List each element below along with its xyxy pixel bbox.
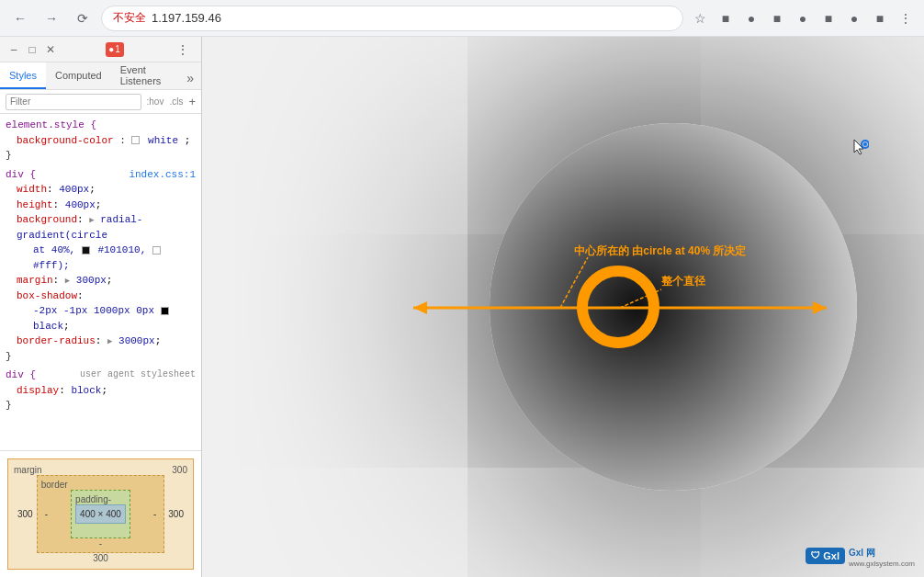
url-text: 1.197.159.46	[152, 11, 221, 25]
code-line: -2px -1px 1000px 0px black;	[0, 303, 201, 334]
back-button[interactable]: ←	[7, 6, 33, 31]
diameter-annotation: 整个直径	[661, 274, 705, 289]
browser-toolbar: ← → ⟳ 不安全 1.197.159.46 ☆ ■ ● ■ ● ■ ● ■ ⋮	[0, 0, 924, 37]
gradient-circle-container	[490, 123, 857, 491]
filter-add-button[interactable]: +	[188, 95, 196, 108]
tab-more-button[interactable]: »	[179, 67, 201, 89]
gxl-site-text: www.gxlsystem.com	[849, 560, 915, 568]
toolbar-icons: ☆ ■ ● ■ ● ■ ● ■ ⋮	[689, 7, 917, 29]
code-line: margin: ▶ 300px;	[0, 273, 201, 288]
main-area: – □ ✕ ● 1 ⋮ Styles Computed	[0, 37, 924, 577]
code-line: }	[0, 349, 201, 365]
devtools-close-button[interactable]: ✕	[44, 43, 57, 56]
box-model-diagram: margin 300 300 border - padding- 400 × 4…	[0, 450, 201, 577]
extension-5[interactable]: ■	[817, 7, 839, 29]
error-badge: ● 1	[106, 42, 124, 57]
svg-point-6	[863, 142, 867, 146]
forward-button[interactable]: →	[39, 6, 64, 31]
code-line: }	[0, 148, 201, 164]
extension-2[interactable]: ●	[740, 7, 762, 29]
code-line: border-radius: ▶ 3000px;	[0, 334, 201, 349]
code-line: element.style {	[0, 118, 201, 133]
extension-1[interactable]: ■	[715, 7, 737, 29]
filter-input[interactable]	[6, 94, 141, 110]
svg-marker-1	[413, 301, 427, 314]
extension-7[interactable]: ■	[869, 7, 891, 29]
insecure-label: 不安全	[113, 10, 146, 26]
code-line: }	[0, 398, 201, 413]
color-swatch-black[interactable]	[161, 307, 169, 315]
code-line: at 40%, #101010, #fff);	[0, 243, 201, 273]
color-swatch[interactable]	[131, 136, 140, 144]
page-content: 中心所在的 由circle at 40% 所决定 整个直径 🛡 Gxl Gxl …	[202, 37, 924, 577]
gradient-circle	[490, 123, 857, 491]
box-content: 400 × 400	[75, 504, 126, 524]
svg-point-5	[862, 141, 869, 148]
code-line: background: ▶ radial-gradient(circle	[0, 212, 201, 243]
devtools-code-panel: element.style { background-color : white…	[0, 114, 201, 450]
browser-chrome: ← → ⟳ 不安全 1.197.159.46 ☆ ■ ● ■ ● ■ ● ■ ⋮…	[0, 0, 924, 577]
box-border: border - padding- 400 × 400 - -	[37, 475, 165, 553]
gxl-main-text: Gxl 网	[849, 548, 875, 558]
devtools-panel: – □ ✕ ● 1 ⋮ Styles Computed	[0, 37, 202, 577]
box-outer: margin 300 300 border - padding- 400 × 4…	[7, 458, 194, 570]
code-line: background-color : white ;	[0, 133, 201, 149]
reload-button[interactable]: ⟳	[70, 6, 96, 31]
bookmark-button[interactable]: ☆	[689, 7, 711, 29]
devtools-tabs: Styles Computed Event Listeners »	[0, 62, 201, 90]
address-bar[interactable]: 不安全 1.197.159.46	[101, 6, 683, 31]
code-line: height: 400px;	[0, 198, 201, 213]
gxl-badge: 🛡 Gxl	[806, 548, 845, 564]
code-line: div { user agent stylesheet	[0, 368, 201, 383]
code-line: width: 400px;	[0, 182, 201, 198]
extension-6[interactable]: ●	[843, 7, 865, 29]
color-swatch-dark[interactable]	[82, 246, 90, 255]
index-css-link[interactable]: index.css:1	[129, 167, 196, 183]
devtools-more-button[interactable]: ⋮	[172, 39, 194, 61]
extension-3[interactable]: ■	[766, 7, 788, 29]
devtools-minimize-button[interactable]: –	[7, 43, 20, 56]
extension-4[interactable]: ●	[792, 7, 814, 29]
code-line: box-shadow:	[0, 288, 201, 304]
filter-hov: :hov	[147, 96, 164, 107]
more-tools-button[interactable]: ⋮	[895, 7, 917, 29]
devtools-header: – □ ✕ ● 1 ⋮	[0, 37, 201, 62]
tab-styles[interactable]: Styles	[0, 62, 46, 89]
orange-ring	[577, 266, 659, 348]
filter-cls: .cls	[169, 96, 183, 107]
center-annotation: 中心所在的 由circle at 40% 所决定	[574, 243, 746, 259]
tab-event-listeners[interactable]: Event Listeners	[111, 62, 179, 89]
devtools-maximize-button[interactable]: □	[26, 43, 39, 56]
gxl-logo: 🛡 Gxl Gxl 网 www.gxlsystem.com	[806, 543, 915, 568]
box-padding: padding- 400 × 400	[71, 490, 130, 538]
code-line: display: block;	[0, 383, 201, 399]
color-swatch-white[interactable]	[152, 246, 161, 255]
tab-computed[interactable]: Computed	[46, 62, 111, 89]
code-line: div { index.css:1	[0, 167, 201, 183]
filter-bar: :hov .cls +	[0, 90, 201, 114]
